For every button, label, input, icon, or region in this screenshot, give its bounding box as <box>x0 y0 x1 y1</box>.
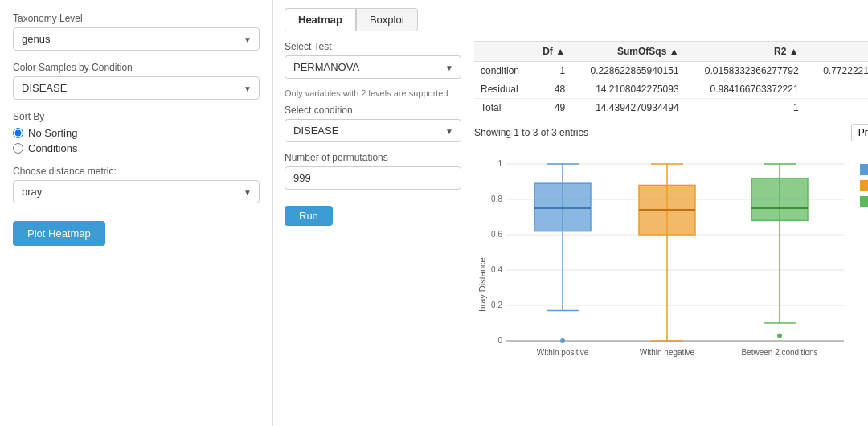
taxonomy-group: Taxonomy Level genus species family orde… <box>13 13 260 51</box>
distance-select[interactable]: bray jaccard unifrac wunifrac <box>13 180 260 203</box>
select-condition-wrapper: DISEASE SEX ▼ <box>285 119 461 142</box>
cell-sumofsqs: 0.228622865940151 <box>571 62 686 80</box>
tab-bar: Heatmap Boxplot <box>285 8 857 31</box>
cell-df: 1 <box>532 62 571 80</box>
col-header-sumofsqs: SumOfSqs ▲ <box>571 42 686 62</box>
chart-area: bray Distance 1 0.8 0.6 0.4 <box>474 148 860 361</box>
tab-boxplot[interactable]: Boxplot <box>356 8 418 31</box>
permutations-label: Number of permutations <box>285 152 461 163</box>
svg-text:0: 0 <box>497 336 502 345</box>
svg-rect-16 <box>534 183 591 231</box>
col-header-df: Df ▲ <box>532 42 571 62</box>
col-header-f: F ▲ <box>805 42 868 62</box>
boxplot-container: bray Distance 1 0.8 0.6 0.4 <box>474 148 868 361</box>
radio-no-sorting[interactable]: No Sorting <box>13 127 260 139</box>
sort-by-label: Sort By <box>13 111 260 122</box>
legend-color-between <box>860 196 868 207</box>
cell-name: Residual <box>474 80 532 99</box>
svg-text:0.2: 0.2 <box>491 301 502 309</box>
sort-by-group: Sort By No Sorting Conditions <box>13 111 260 154</box>
table-area: Df ▲ SumOfSqs ▲ R2 ▲ F ▲ Pr(>F) ▲ condit… <box>474 41 868 361</box>
svg-text:0.8: 0.8 <box>491 195 502 203</box>
sort-radio-group: No Sorting Conditions <box>13 127 260 154</box>
tab-heatmap[interactable]: Heatmap <box>285 8 356 31</box>
cell-f <box>805 80 868 99</box>
select-test-select[interactable]: PERMANOVA ANOSIM <box>285 55 461 79</box>
pagination: Previous 1 Next <box>851 124 868 141</box>
color-label: Color Samples by Condition <box>13 62 260 73</box>
cell-f: 0.77222213390879 <box>805 62 868 80</box>
table-row: Residual 48 14.2108042275093 0.984166763… <box>474 80 868 99</box>
permutations-group: Number of permutations <box>285 152 461 190</box>
color-select[interactable]: DISEASE SEX AGE <box>13 76 260 100</box>
legend-item-between: Between 2 conditions <box>860 196 868 207</box>
info-text: Only variables with 2 levels are support… <box>285 88 461 98</box>
taxonomy-label: Taxonomy Level <box>13 13 260 24</box>
cell-df: 49 <box>532 99 571 117</box>
svg-point-34 <box>777 333 782 338</box>
cell-df: 48 <box>532 80 571 99</box>
select-test-group: Select Test PERMANOVA ANOSIM ▼ <box>285 41 461 79</box>
left-panel: Taxonomy Level genus species family orde… <box>0 0 273 426</box>
distance-label: Choose distance metric: <box>13 166 260 177</box>
taxonomy-select[interactable]: genus species family order class phylum <box>13 27 260 51</box>
col-header-name <box>474 42 532 62</box>
select-test-label: Select Test <box>285 41 461 52</box>
select-condition-group: Select condition DISEASE SEX ▼ <box>285 104 461 142</box>
radio-conditions[interactable]: Conditions <box>13 142 260 154</box>
cell-name: condition <box>474 62 532 80</box>
select-condition-select[interactable]: DISEASE SEX <box>285 119 461 142</box>
controls-area: Select Test PERMANOVA ANOSIM ▼ Only vari… <box>285 41 461 361</box>
col-header-r2: R2 ▲ <box>686 42 805 62</box>
radio-conditions-input[interactable] <box>13 143 23 154</box>
permutations-input[interactable] <box>285 166 461 190</box>
main-content: Select Test PERMANOVA ANOSIM ▼ Only vari… <box>285 41 857 361</box>
legend-item-within-positive: Within positive <box>860 164 868 175</box>
cell-f <box>805 99 868 117</box>
svg-text:Between 2 conditions: Between 2 conditions <box>741 348 817 357</box>
cell-r2: 0.984166763372221 <box>686 80 805 99</box>
distance-group: Choose distance metric: bray jaccard uni… <box>13 166 260 203</box>
color-group: Color Samples by Condition DISEASE SEX A… <box>13 62 260 100</box>
radio-conditions-label: Conditions <box>28 142 77 154</box>
run-button[interactable]: Run <box>285 206 333 226</box>
distance-select-wrapper: bray jaccard unifrac wunifrac ▼ <box>13 180 260 203</box>
svg-text:0.4: 0.4 <box>491 265 502 274</box>
svg-text:bray Distance: bray Distance <box>477 257 487 311</box>
plot-heatmap-button[interactable]: Plot Heatmap <box>13 221 105 246</box>
svg-rect-30 <box>751 178 808 221</box>
stats-table: Df ▲ SumOfSqs ▲ R2 ▲ F ▲ Pr(>F) ▲ condit… <box>474 41 868 117</box>
table-footer: Showing 1 to 3 of 3 entries Previous 1 N… <box>474 124 868 141</box>
cell-sumofsqs: 14.2108042275093 <box>571 80 686 99</box>
right-panel: Heatmap Boxplot Select Test PERMANOVA AN… <box>273 0 868 426</box>
table-row: Total 49 14.4394270934494 1 <box>474 99 868 117</box>
cell-r2: 0.0158332366277792 <box>686 62 805 80</box>
legend-color-within-positive <box>860 164 868 175</box>
svg-text:Within positive: Within positive <box>537 348 589 357</box>
prev-button[interactable]: Previous <box>851 124 868 141</box>
cell-r2: 1 <box>686 99 805 117</box>
radio-no-sorting-label: No Sorting <box>28 127 77 139</box>
svg-text:1: 1 <box>497 159 502 168</box>
select-test-wrapper: PERMANOVA ANOSIM ▼ <box>285 55 461 79</box>
showing-text: Showing 1 to 3 of 3 entries <box>474 127 588 138</box>
svg-text:0.6: 0.6 <box>491 230 502 239</box>
svg-point-36 <box>560 338 565 343</box>
legend-area: Within positive Within negative Between … <box>860 148 868 212</box>
legend-item-within-negative: Within negative <box>860 180 868 191</box>
color-select-wrapper: DISEASE SEX AGE ▼ <box>13 76 260 100</box>
legend-color-within-negative <box>860 180 868 191</box>
radio-no-sorting-input[interactable] <box>13 128 23 138</box>
table-row: condition 1 0.228622865940151 0.01583323… <box>474 62 868 80</box>
select-condition-label: Select condition <box>285 104 461 116</box>
taxonomy-select-wrapper: genus species family order class phylum … <box>13 27 260 51</box>
svg-text:Within negative: Within negative <box>640 348 695 357</box>
cell-sumofsqs: 14.4394270934494 <box>571 99 686 117</box>
cell-name: Total <box>474 99 532 117</box>
boxplot-svg: bray Distance 1 0.8 0.6 0.4 <box>474 148 860 361</box>
